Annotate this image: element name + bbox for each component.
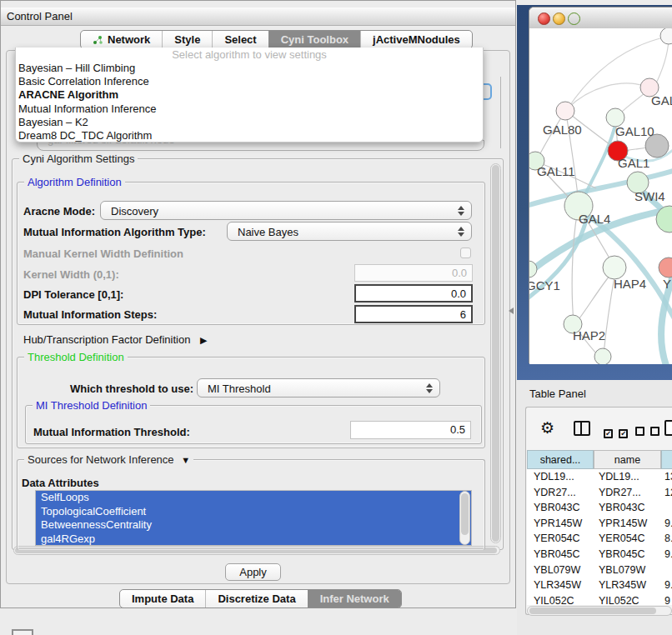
table-row[interactable]: YLR345WYLR345W9. bbox=[527, 578, 672, 593]
aracne-mode-combo[interactable]: Discovery bbox=[100, 201, 472, 220]
algorithm-option-bayesian-hill-climbing[interactable]: Bayesian – Hill Climbing bbox=[16, 62, 483, 75]
hidden-groupbox-edge bbox=[500, 77, 501, 148]
stepper-arrows-icon bbox=[426, 383, 433, 393]
show-checked-columns-icon[interactable]: ✔ ✔ bbox=[604, 424, 628, 439]
node-table[interactable]: YDL19...YDL19...13YDR27...YDR27...12YBR0… bbox=[527, 469, 672, 605]
hub-definition-toggle[interactable]: Hub/Transcription Factor Definition ▶ bbox=[23, 333, 207, 346]
node-label: GCY1 bbox=[529, 278, 560, 292]
attribute-item-gal4rgexp[interactable]: gal4RGexp bbox=[36, 532, 471, 547]
table-cell: YLR345W bbox=[534, 578, 581, 593]
tab-discretize-data[interactable]: Discretize Data bbox=[205, 590, 307, 608]
apply-button[interactable]: Apply bbox=[225, 563, 281, 581]
tab-infer-network[interactable]: Infer Network bbox=[308, 590, 401, 608]
table-cell: 12 bbox=[664, 485, 672, 501]
which-threshold-combo[interactable]: MI Threshold bbox=[197, 378, 440, 398]
table-cell: YPR145W bbox=[534, 516, 582, 532]
hide-columns-icon[interactable] bbox=[635, 424, 659, 439]
tab-style[interactable]: Style bbox=[162, 31, 212, 48]
gear-icon[interactable]: ⚙ bbox=[540, 420, 554, 436]
tab-cyni-toolbox[interactable]: Cyni Toolbox bbox=[268, 31, 360, 48]
collapsed-arrow-icon: ▶ bbox=[200, 335, 207, 345]
table-cell: YDL19... bbox=[534, 469, 574, 485]
which-threshold-label: Which threshold to use: bbox=[70, 382, 193, 395]
mi-threshold-field[interactable]: 0.5 bbox=[350, 421, 471, 439]
network-node[interactable] bbox=[594, 348, 611, 364]
node-label: GAL10 bbox=[615, 124, 654, 138]
network-node[interactable] bbox=[603, 256, 626, 279]
column-header-shared-name[interactable]: shared... bbox=[527, 450, 594, 469]
mi-type-value: Naive Bayes bbox=[238, 226, 298, 238]
zoom-traffic-light[interactable] bbox=[568, 12, 580, 25]
table-cell: 9. bbox=[664, 516, 672, 532]
tab-network[interactable]: Network bbox=[81, 31, 162, 48]
dpi-tolerance-field[interactable]: 0.0 bbox=[354, 284, 473, 302]
attributes-scrollbar[interactable] bbox=[459, 491, 470, 545]
network-node[interactable] bbox=[556, 102, 574, 120]
table-cell: YER054C bbox=[534, 531, 580, 547]
table-row[interactable]: YBL079WYBL079W bbox=[527, 562, 672, 578]
table-horizontal-scrollbar[interactable] bbox=[527, 606, 672, 616]
kernel-width-field[interactable]: 0.0 bbox=[354, 264, 473, 282]
kernel-width-label: Kernel Width (0,1): bbox=[23, 268, 119, 281]
table-cell: YPR145W bbox=[599, 516, 647, 532]
mi-steps-label: Mutual Information Steps: bbox=[23, 308, 157, 321]
column-header-name[interactable]: name bbox=[594, 450, 661, 469]
control-panel-tabs: NetworkStyleSelectCyni ToolboxjActiveMNo… bbox=[80, 30, 473, 49]
algorithm-option-dream8-dc-tdc-algorithm[interactable]: Dream8 DC_TDC Algorithm bbox=[16, 129, 483, 142]
stepper-arrows-icon bbox=[458, 206, 464, 216]
panel-collapse-arrow-icon[interactable] bbox=[509, 308, 514, 314]
node-label: GAL80 bbox=[543, 122, 582, 137]
network-node[interactable] bbox=[660, 28, 672, 44]
manual-kernel-checkbox[interactable] bbox=[460, 248, 471, 258]
table-row[interactable]: YER054CYER054C8. bbox=[527, 531, 672, 547]
tab-select[interactable]: Select bbox=[212, 31, 268, 48]
minimize-traffic-light[interactable] bbox=[553, 12, 565, 25]
node-label: SWI4 bbox=[634, 189, 665, 203]
new-table-icon[interactable] bbox=[664, 420, 672, 436]
table-cell: 9. bbox=[664, 547, 672, 562]
table-cell: YBR043C bbox=[599, 500, 645, 516]
table-row[interactable]: YIL052CYIL052C9 bbox=[527, 593, 672, 605]
table-row[interactable]: YBR045CYBR045C9. bbox=[527, 547, 672, 562]
network-window-titlebar[interactable] bbox=[529, 8, 672, 29]
stepper-arrows-icon bbox=[458, 227, 464, 237]
data-attributes-label: Data Attributes bbox=[22, 477, 99, 489]
network-canvas[interactable]: GALGAL80GAL10GAL1GAL11SWI4GAL4GCY1HAP4YH… bbox=[529, 28, 672, 364]
algorithm-option-basic-correlation-inference[interactable]: Basic Correlation Inference bbox=[16, 75, 483, 88]
table-cell: YDL19... bbox=[599, 469, 639, 485]
close-traffic-light[interactable] bbox=[538, 12, 550, 25]
table-row[interactable]: YBR043CYBR043C bbox=[527, 500, 672, 516]
algorithm-option-bayesian-k2[interactable]: Bayesian – K2 bbox=[16, 116, 483, 129]
control-panel-titlebar[interactable] bbox=[1, 8, 515, 26]
data-attributes-list[interactable]: SelfLoopsTopologicalCoefficientBetweenne… bbox=[35, 490, 472, 546]
attribute-item-betweennesscentrality[interactable]: BetweennessCentrality bbox=[36, 518, 471, 532]
table-row[interactable]: YPR145WYPR145W9. bbox=[527, 516, 672, 532]
node-label: GAL11 bbox=[537, 164, 575, 178]
attribute-item-selfloops[interactable]: SelfLoops bbox=[36, 491, 471, 505]
table-row[interactable]: YDL19...YDL19...13 bbox=[527, 469, 672, 485]
tab-label: Infer Network bbox=[320, 592, 389, 605]
tab-label: Style bbox=[174, 33, 200, 46]
minimized-panel-icon[interactable] bbox=[12, 629, 33, 635]
column-header-partial[interactable] bbox=[661, 450, 672, 469]
table-cell: 9 bbox=[664, 593, 670, 605]
algorithm-option-aracne-algorithm[interactable]: ARACNE Algorithm bbox=[16, 88, 483, 102]
table-cell: YBL079W bbox=[599, 562, 645, 578]
algorithm-option-mutual-information-inference[interactable]: Mutual Information Inference bbox=[16, 102, 483, 116]
settings-vertical-scrollbar[interactable] bbox=[490, 163, 501, 543]
table-row[interactable]: YDR27...YDR27...12 bbox=[527, 485, 672, 501]
checked-box-icon: ✔ bbox=[619, 429, 628, 438]
tab-impute-data[interactable]: Impute Data bbox=[120, 590, 205, 608]
network-node[interactable] bbox=[659, 258, 672, 278]
node-label: GAL4 bbox=[579, 212, 610, 226]
cyni-settings-legend: Cyni Algorithm Settings bbox=[19, 152, 138, 165]
tab-jactivemnodules[interactable]: jActiveMNodules bbox=[360, 31, 472, 48]
network-graph: GALGAL80GAL10GAL1GAL11SWI4GAL4GCY1HAP4YH… bbox=[529, 28, 672, 364]
attribute-item-topologicalcoefficient[interactable]: TopologicalCoefficient bbox=[36, 505, 471, 519]
mi-type-combo[interactable]: Naive Bayes bbox=[227, 222, 472, 241]
split-columns-icon[interactable] bbox=[574, 421, 590, 436]
table-cell: YDR27... bbox=[599, 485, 641, 501]
tab-label: Discretize Data bbox=[218, 592, 295, 605]
mi-steps-field[interactable]: 6 bbox=[354, 305, 473, 323]
unchecked-box-icon bbox=[650, 427, 659, 436]
